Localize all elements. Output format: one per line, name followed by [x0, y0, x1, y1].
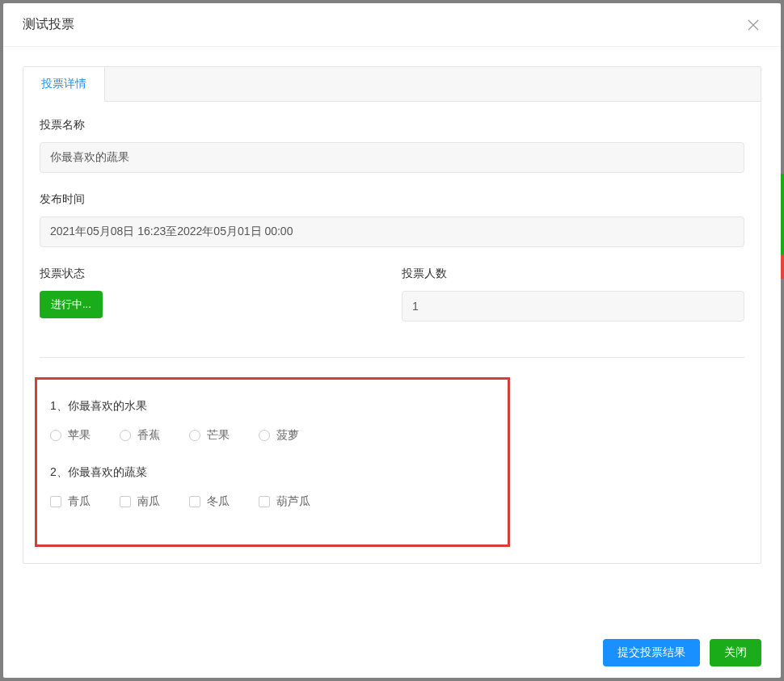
q2-option-cucumber[interactable]: 青瓜 [50, 494, 91, 509]
checkbox-icon [189, 496, 200, 507]
q2-option-wintermelon[interactable]: 冬瓜 [189, 494, 230, 509]
question-2-title: 2、你最喜欢的蔬菜 [50, 465, 495, 480]
checkbox-icon [50, 496, 61, 507]
vote-count-input [402, 291, 744, 322]
option-label: 冬瓜 [207, 494, 230, 509]
option-label: 香蕉 [137, 428, 160, 443]
publish-time-input [40, 216, 744, 247]
vote-status-label: 投票状态 [40, 267, 382, 281]
status-badge: 进行中... [40, 291, 103, 318]
question-2: 2、你最喜欢的蔬菜 青瓜 南瓜 [50, 465, 495, 509]
option-label: 菠萝 [276, 428, 299, 443]
submit-button[interactable]: 提交投票结果 [603, 639, 700, 666]
question-1-title: 1、你最喜欢的水果 [50, 399, 495, 414]
radio-icon [50, 430, 61, 441]
question-2-options: 青瓜 南瓜 冬瓜 [50, 494, 495, 509]
option-label: 苹果 [68, 428, 91, 443]
modal-header: 测试投票 [3, 3, 781, 47]
q1-option-mango[interactable]: 芒果 [189, 428, 230, 443]
q1-option-banana[interactable]: 香蕉 [120, 428, 160, 443]
option-label: 南瓜 [137, 494, 160, 509]
checkbox-icon [120, 496, 131, 507]
publish-time-label: 发布时间 [40, 192, 744, 207]
option-label: 芒果 [207, 428, 230, 443]
content-panel: 投票详情 投票名称 发布时间 投票状态 进行中... [23, 66, 761, 564]
close-button[interactable]: 关闭 [710, 639, 761, 666]
field-vote-name: 投票名称 [40, 118, 744, 173]
option-label: 葫芦瓜 [276, 494, 310, 509]
q2-option-gourd[interactable]: 葫芦瓜 [259, 494, 310, 509]
vote-name-input [40, 142, 744, 173]
field-publish-time: 发布时间 [40, 192, 744, 247]
divider [40, 357, 744, 358]
field-vote-count: 投票人数 [402, 267, 744, 322]
questions-highlight-box: 1、你最喜欢的水果 苹果 香蕉 [35, 377, 510, 547]
modal-title: 测试投票 [23, 16, 74, 33]
tabs-bar: 投票详情 [23, 67, 761, 102]
q2-option-pumpkin[interactable]: 南瓜 [120, 494, 160, 509]
close-icon[interactable] [745, 17, 761, 33]
modal-footer: 提交投票结果 关闭 [3, 628, 781, 678]
radio-icon [120, 430, 131, 441]
radio-icon [189, 430, 200, 441]
modal-dialog: 测试投票 投票详情 投票名称 发布时间 [3, 3, 781, 678]
checkbox-icon [259, 496, 270, 507]
vote-name-label: 投票名称 [40, 118, 744, 132]
vote-count-label: 投票人数 [402, 267, 744, 281]
modal-body: 投票详情 投票名称 发布时间 投票状态 进行中... [3, 47, 781, 628]
question-1: 1、你最喜欢的水果 苹果 香蕉 [50, 399, 495, 443]
question-1-options: 苹果 香蕉 芒果 [50, 428, 495, 443]
q1-option-apple[interactable]: 苹果 [50, 428, 91, 443]
option-label: 青瓜 [68, 494, 91, 509]
tab-vote-details[interactable]: 投票详情 [23, 67, 105, 102]
field-vote-status: 投票状态 进行中... [40, 267, 382, 322]
radio-icon [259, 430, 270, 441]
q1-option-pineapple[interactable]: 菠萝 [259, 428, 299, 443]
